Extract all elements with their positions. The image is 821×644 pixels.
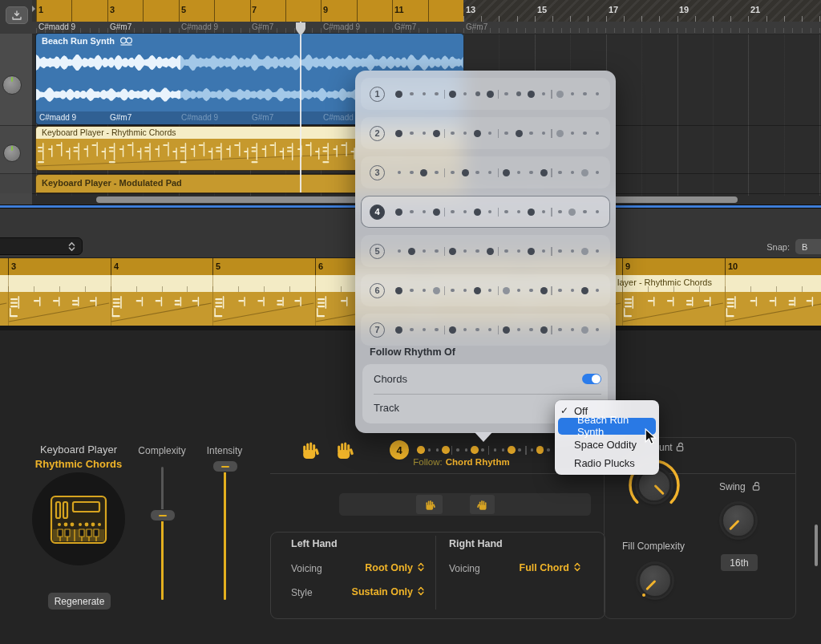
pattern-dots [393, 285, 604, 296]
rh-voicing-value[interactable]: Full Chord [481, 562, 569, 573]
rhythm-dot [462, 444, 470, 456]
fill-min-dot [642, 593, 645, 597]
menu-item-radio-plucks[interactable]: Radio Plucks [555, 455, 659, 472]
track-header-pad[interactable] [0, 174, 32, 193]
rhythm-dot [406, 128, 419, 139]
pan-knob[interactable] [2, 75, 22, 95]
rhythm-dot [483, 206, 496, 217]
right-hand-range-cell[interactable] [470, 495, 495, 514]
rhythm-dot [454, 444, 462, 456]
rhythm-dot [491, 444, 499, 456]
swing-knob[interactable] [722, 504, 755, 537]
chord-label: C#madd 9 [181, 113, 218, 122]
rhythm-dot [512, 324, 525, 335]
track-row-label: Track [374, 402, 399, 414]
rhythm-dot [483, 285, 496, 296]
rhythm-dot [591, 324, 604, 335]
chords-toggle[interactable] [582, 374, 601, 384]
chord-label: G#m7 [110, 113, 131, 122]
follow-mode-label: Follow:Chord Rhythm [393, 457, 530, 467]
rhythm-dot [483, 128, 496, 139]
pan-knob[interactable] [3, 144, 21, 162]
timeline-ruler[interactable]: 13579111315171921 [32, 0, 821, 22]
rhythm-dot [591, 128, 604, 139]
pattern-preset-2[interactable]: 2 [361, 117, 610, 149]
rhythm-dot [418, 167, 431, 178]
rhythm-dot [566, 245, 579, 257]
unlock-icon[interactable] [752, 481, 761, 492]
lh-voicing-value[interactable]: Root Only [321, 562, 413, 573]
rhythm-dot [393, 88, 406, 99]
intensity-slider-fill [224, 470, 226, 600]
pattern-preset-5[interactable]: 5 [361, 235, 610, 267]
rhythm-dot [554, 206, 567, 217]
rhythm-dot [431, 206, 443, 217]
right-hand-button[interactable] [334, 439, 354, 460]
rhythm-dot [528, 444, 536, 456]
swing-rate-button[interactable]: 16th [721, 554, 758, 571]
editor-vertical-scrollbar[interactable] [815, 525, 818, 566]
rhythm-dot [579, 285, 592, 296]
group-separator [444, 247, 446, 256]
editor-preset-select[interactable] [0, 237, 83, 255]
rhythm-dot [417, 444, 425, 456]
pattern-dots-strip[interactable] [417, 443, 560, 457]
chord-label: C#madd 9 [323, 22, 360, 31]
regenerate-button[interactable]: Regenerate [48, 593, 111, 610]
pattern-number: 2 [370, 126, 385, 141]
menu-item-label: Space Oddity [574, 439, 637, 451]
complexity-slider-thumb[interactable] [150, 509, 176, 521]
chord-label: G#m7 [110, 22, 131, 31]
knob-indicator [653, 484, 664, 495]
pattern-preset-3[interactable]: 3 [361, 156, 610, 188]
group-separator [444, 168, 446, 177]
snap-value-button[interactable]: B [795, 239, 821, 254]
pattern-preset-7[interactable]: 7 [361, 314, 610, 346]
rhythm-dot [512, 285, 525, 296]
bar-number: 15 [537, 5, 547, 14]
playhead-handle[interactable] [295, 22, 306, 36]
bar-number: 9 [323, 5, 328, 14]
fill-complexity-knob[interactable] [638, 564, 672, 597]
rhythm-dot [500, 88, 513, 99]
pattern-dots [393, 128, 604, 139]
rhythm-dot [418, 128, 431, 139]
pattern-dots [393, 245, 604, 257]
drag-to-track-button[interactable] [6, 6, 28, 24]
rhythm-dot [447, 245, 459, 257]
rhythm-dot [471, 128, 484, 139]
row-divider [374, 394, 601, 395]
left-hand-button[interactable] [300, 439, 319, 460]
ruler-beyond-end[interactable] [463, 0, 821, 22]
chord-track[interactable]: C#madd 9G#m7C#madd 9G#m7C#madd 9G#m7G#m7 [32, 22, 821, 34]
group-separator [551, 168, 552, 177]
pattern-popover: 1234567 Follow Rhythm Of Chords Track [355, 71, 616, 433]
menu-item-beach-run-synth[interactable]: Beach Run Synth [558, 418, 656, 435]
pattern-preset-6[interactable]: 6 [361, 274, 610, 306]
rhythm-dot [442, 444, 450, 456]
lh-style-label: Style [291, 587, 313, 598]
lh-style-value[interactable]: Sustain Only [321, 586, 413, 597]
rhythm-dot [459, 206, 471, 217]
rhythm-dot [566, 206, 579, 217]
rhythm-dot [566, 167, 579, 178]
rhythm-dot [471, 285, 484, 296]
rhythm-dot [431, 128, 443, 139]
rhythm-dot [447, 324, 459, 335]
pattern-preset-1[interactable]: 1 [361, 78, 610, 110]
pattern-number: 6 [370, 283, 385, 298]
pattern-preset-4[interactable]: 4 [361, 196, 610, 228]
bar-number: 13 [466, 5, 475, 14]
keyboard-range-strip[interactable] [339, 493, 591, 516]
rhythm-dot [471, 167, 484, 178]
unlock-icon[interactable] [676, 442, 685, 452]
rhythm-dot [479, 444, 487, 456]
menu-item-space-oddity[interactable]: Space Oddity [555, 436, 659, 453]
group-separator [551, 90, 552, 99]
group-separator [498, 286, 499, 295]
rhythm-dot [566, 128, 579, 139]
intensity-slider-thumb[interactable] [212, 460, 238, 472]
left-hand-range-cell[interactable] [416, 495, 443, 514]
fill-complexity-label: Fill Complexity [622, 541, 685, 552]
complexity-label: Complexity [126, 445, 198, 456]
